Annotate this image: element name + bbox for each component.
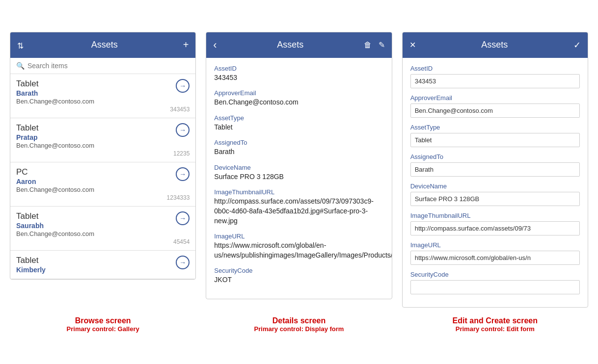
list-item-row1: Tablet Pratap Ben.Change@contoso.com → [16, 123, 190, 149]
list-item-inner: Tablet Pratap Ben.Change@contoso.com → 1… [16, 123, 190, 157]
back-icon[interactable] [213, 39, 217, 52]
add-icon[interactable] [183, 39, 189, 51]
list-item-arrow[interactable]: → [176, 79, 190, 93]
list-item-email: Ben.Change@contoso.com [16, 186, 94, 193]
edit-field: ApproverEmail [410, 94, 580, 118]
list-item-content: Tablet Kimberly [16, 256, 46, 274]
edit-field: ImageURL [410, 241, 580, 265]
detail-label: ImageURL [214, 233, 383, 240]
edit-field: DeviceName [410, 182, 580, 206]
list-item-arrow[interactable]: → [176, 123, 190, 137]
edit-label: ImageThumbnailURL [410, 212, 580, 219]
edit-input[interactable] [410, 162, 580, 177]
list-item-id: 1234333 [167, 194, 190, 201]
edit-label: SecurityCode [410, 271, 580, 278]
list-item-title: PC [16, 167, 94, 177]
browse-caption-title: Browse screen [10, 316, 196, 325]
edit-input[interactable] [410, 192, 580, 206]
list-item-row1: PC Aaron Ben.Change@contoso.com → [16, 167, 190, 193]
edit-input[interactable] [410, 221, 580, 235]
edit-header: Assets [403, 32, 588, 58]
list-item-content: Tablet Barath Ben.Change@contoso.com [16, 79, 94, 105]
detail-field: ApproverEmail Ben.Change@contoso.com [214, 89, 383, 107]
list-item-inner: PC Aaron Ben.Change@contoso.com → 123433… [16, 167, 190, 201]
edit-label: AssignedTo [410, 153, 580, 160]
list-item-id: 343453 [170, 106, 190, 113]
edit-field: ImageThumbnailURL [410, 212, 580, 235]
list-item-inner: Tablet Barath Ben.Change@contoso.com → 3… [16, 79, 190, 113]
detail-field: AssetType Tablet [214, 114, 383, 132]
detail-value: https://www.microsoft.com/global/en-us/n… [214, 241, 383, 260]
search-icon: 🔍 [16, 62, 25, 70]
list-item-arrow[interactable]: → [176, 256, 190, 269]
detail-field: ImageThumbnailURL http://compass.surface… [214, 188, 383, 226]
edit-input[interactable] [410, 280, 580, 294]
sort-icon[interactable] [17, 41, 26, 50]
save-icon[interactable] [573, 40, 581, 51]
list-item-email: Ben.Change@contoso.com [16, 230, 94, 237]
browse-header: Assets [10, 32, 195, 58]
details-right-icons [364, 40, 385, 50]
detail-value: 343453 [214, 73, 383, 83]
details-left-icons [213, 39, 217, 52]
details-caption-sub: Primary control: Display form [206, 325, 392, 333]
edit-input[interactable] [410, 74, 580, 88]
list-item[interactable]: PC Aaron Ben.Change@contoso.com → 123433… [10, 162, 195, 207]
details-title: Assets [217, 40, 364, 50]
edit-screen: Assets AssetID ApproverEmail AssetType A… [402, 32, 588, 308]
edit-body: AssetID ApproverEmail AssetType Assigned… [403, 58, 588, 307]
details-screen: Assets AssetID 343453 ApproverEmail Ben.… [206, 32, 392, 300]
edit-input[interactable] [410, 104, 580, 118]
browse-caption: Browse screen Primary control: Gallery [10, 316, 196, 333]
list-item-assigned: Barath [16, 89, 94, 97]
detail-value: Ben.Change@contoso.com [214, 98, 383, 107]
screens-container: Assets 🔍 Tablet Barath Ben.Change@contos… [10, 32, 588, 308]
list-item-id: 45454 [173, 238, 190, 245]
edit-label: ApproverEmail [410, 94, 580, 102]
detail-field: SecurityCode JKOT [214, 267, 383, 285]
detail-value: Tablet [214, 123, 383, 132]
detail-label: AssetType [214, 114, 383, 122]
edit-label: ImageURL [410, 241, 580, 249]
browse-list: Tablet Barath Ben.Change@contoso.com → 3… [10, 74, 195, 279]
close-icon[interactable] [409, 40, 416, 50]
detail-field: ImageURL https://www.microsoft.com/globa… [214, 233, 383, 260]
edit-input[interactable] [410, 133, 580, 147]
search-input[interactable] [27, 62, 190, 70]
list-item[interactable]: Tablet Pratap Ben.Change@contoso.com → 1… [10, 118, 195, 162]
list-item[interactable]: Tablet Kimberly → [10, 251, 195, 279]
details-caption-title: Details screen [206, 316, 392, 325]
edit-icon[interactable] [379, 40, 385, 50]
detail-field: AssignedTo Barath [214, 139, 383, 157]
browse-caption-sub: Primary control: Gallery [10, 325, 196, 333]
edit-right-icons [573, 40, 581, 51]
captions-container: Browse screen Primary control: Gallery D… [10, 316, 588, 333]
search-bar: 🔍 [10, 58, 195, 74]
edit-field: AssignedTo [410, 153, 580, 177]
list-item-arrow[interactable]: → [176, 167, 190, 181]
browse-left-icons [17, 41, 26, 50]
detail-value: JKOT [214, 275, 383, 285]
edit-caption-title: Edit and Create screen [402, 316, 588, 325]
browse-title: Assets [26, 40, 183, 50]
list-item-title: Tablet [16, 256, 46, 265]
list-item-email: Ben.Change@contoso.com [16, 98, 94, 105]
delete-icon[interactable] [364, 40, 372, 50]
edit-left-icons [409, 40, 416, 50]
detail-label: SecurityCode [214, 267, 383, 274]
list-item[interactable]: Tablet Barath Ben.Change@contoso.com → 3… [10, 74, 195, 118]
edit-input[interactable] [410, 251, 580, 265]
list-item[interactable]: Tablet Saurabh Ben.Change@contoso.com → … [10, 207, 195, 251]
detail-label: ImageThumbnailURL [214, 188, 383, 196]
detail-label: AssignedTo [214, 139, 383, 146]
list-item-title: Tablet [16, 211, 94, 221]
list-item-assigned: Kimberly [16, 266, 46, 274]
details-caption: Details screen Primary control: Display … [206, 316, 392, 333]
browse-right-icons [183, 39, 189, 51]
list-item-title: Tablet [16, 79, 94, 89]
list-item-row1: Tablet Kimberly → [16, 256, 190, 274]
list-item-arrow[interactable]: → [176, 211, 190, 225]
list-item-id: 12235 [173, 150, 190, 157]
details-body: AssetID 343453 ApproverEmail Ben.Change@… [206, 58, 391, 299]
edit-title: Assets [416, 40, 573, 50]
